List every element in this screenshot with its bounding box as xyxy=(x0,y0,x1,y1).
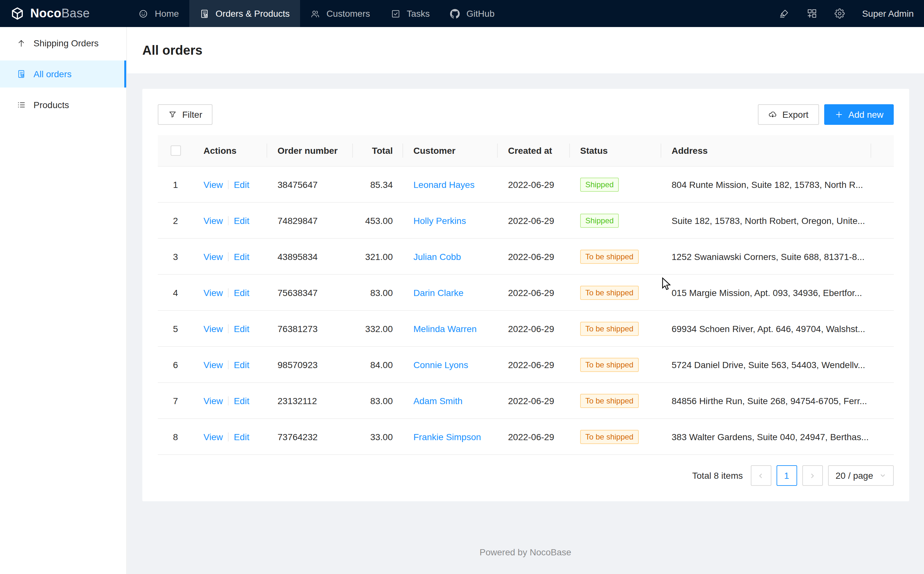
highlight-icon[interactable] xyxy=(779,8,790,19)
table-row: 2ViewEdit74829847453.00Holly Perkins2022… xyxy=(158,203,894,239)
cell-order-number: 73764232 xyxy=(267,419,353,455)
nav-item-customers[interactable]: Customers xyxy=(300,0,380,27)
cell-actions: ViewEdit xyxy=(193,419,267,455)
customer-link[interactable]: Julian Cobb xyxy=(413,251,461,262)
gear-icon[interactable] xyxy=(834,8,845,19)
nav-item-tasks[interactable]: Tasks xyxy=(380,0,440,27)
add-new-button-label: Add new xyxy=(848,109,883,120)
cell-order-number: 76381273 xyxy=(267,311,353,347)
cell-created-at: 2022-06-29 xyxy=(498,275,570,311)
sidebar-item-label: All orders xyxy=(33,69,71,79)
export-button[interactable]: Export xyxy=(758,104,819,125)
prev-page-button[interactable] xyxy=(750,465,771,486)
cell-created-at: 2022-06-29 xyxy=(498,419,570,455)
cell-index: 1 xyxy=(158,167,193,203)
chevron-left-icon xyxy=(757,472,764,479)
cell-index: 8 xyxy=(158,419,193,455)
cell-filler xyxy=(871,203,894,239)
cell-actions: ViewEdit xyxy=(193,203,267,239)
cell-address: 69934 Schoen River, Apt. 646, 49704, Wal… xyxy=(661,311,871,347)
actions-divider xyxy=(228,360,229,369)
next-page-button[interactable] xyxy=(802,465,823,486)
edit-link[interactable]: Edit xyxy=(234,432,249,442)
customer-link[interactable]: Melinda Warren xyxy=(413,323,477,334)
page-number-button[interactable]: 1 xyxy=(776,465,797,486)
sidebar-item-all-orders[interactable]: All orders xyxy=(0,60,126,88)
edit-link[interactable]: Edit xyxy=(234,396,249,406)
actions-divider xyxy=(228,180,229,189)
cell-filler xyxy=(871,239,894,275)
actions-divider xyxy=(228,396,229,405)
view-link[interactable]: View xyxy=(204,396,223,406)
view-link[interactable]: View xyxy=(204,215,223,226)
view-link[interactable]: View xyxy=(204,323,223,334)
user-menu[interactable]: Super Admin xyxy=(862,8,914,19)
nav-item-home[interactable]: Home xyxy=(128,0,189,27)
sidebar-item-products[interactable]: Products xyxy=(0,91,126,118)
column-header-status: Status xyxy=(570,135,661,167)
cell-index: 2 xyxy=(158,203,193,239)
cell-index: 5 xyxy=(158,311,193,347)
view-link[interactable]: View xyxy=(204,287,223,298)
table-header-row: ActionsOrder numberTotalCustomerCreated … xyxy=(158,135,894,167)
cell-status: Shipped xyxy=(570,203,661,239)
blocks-icon[interactable] xyxy=(807,8,817,19)
cell-address: 383 Walter Gardens, Suite 040, 24947, Be… xyxy=(661,419,871,455)
team-icon xyxy=(310,9,320,18)
filter-button[interactable]: Filter xyxy=(158,104,213,125)
edit-link[interactable]: Edit xyxy=(234,215,249,226)
cell-status: To be shipped xyxy=(570,239,661,275)
actions-divider xyxy=(228,216,229,225)
cell-status: To be shipped xyxy=(570,275,661,311)
nav-item-github[interactable]: GitHub xyxy=(440,0,505,27)
cell-status: To be shipped xyxy=(570,347,661,383)
status-tag: To be shipped xyxy=(580,429,638,444)
cell-status: To be shipped xyxy=(570,419,661,455)
cell-order-number: 75638347 xyxy=(267,275,353,311)
select-all-checkbox[interactable] xyxy=(170,145,181,156)
customer-link[interactable]: Frankie Simpson xyxy=(413,432,481,442)
row-index: 8 xyxy=(163,432,188,442)
customer-link[interactable]: Adam Smith xyxy=(413,396,463,406)
view-link[interactable]: View xyxy=(204,432,223,442)
edit-link[interactable]: Edit xyxy=(234,287,249,298)
cell-filler xyxy=(871,383,894,419)
customer-link[interactable]: Connie Lyons xyxy=(413,360,468,370)
cell-total: 83.00 xyxy=(353,383,403,419)
view-link[interactable]: View xyxy=(204,251,223,262)
status-tag: To be shipped xyxy=(580,285,638,300)
top-nav: NocoBase HomeOrders & ProductsCustomersT… xyxy=(0,0,924,27)
row-index: 5 xyxy=(163,323,188,334)
edit-link[interactable]: Edit xyxy=(234,179,249,189)
row-index: 1 xyxy=(163,179,188,189)
filter-icon xyxy=(168,110,177,119)
customer-link[interactable]: Leonard Hayes xyxy=(413,179,475,189)
view-link[interactable]: View xyxy=(204,179,223,189)
customer-link[interactable]: Holly Perkins xyxy=(413,215,466,226)
view-link[interactable]: View xyxy=(204,360,223,370)
column-header-actions: Actions xyxy=(193,135,267,167)
edit-link[interactable]: Edit xyxy=(234,360,249,370)
cell-actions: ViewEdit xyxy=(193,239,267,275)
column-header-created-at: Created at xyxy=(498,135,570,167)
nocobase-logo[interactable]: NocoBase xyxy=(10,6,90,20)
cell-address: Suite 182, 15783, North Robert, Oregon, … xyxy=(661,203,871,239)
cell-order-number: 23132112 xyxy=(267,383,353,419)
page-size-select[interactable]: 20 / page xyxy=(828,465,894,486)
edit-link[interactable]: Edit xyxy=(234,323,249,334)
cell-address: 804 Runte Mission, Suite 182, 15783, Nor… xyxy=(661,167,871,203)
add-new-button[interactable]: Add new xyxy=(824,104,894,125)
customer-link[interactable]: Darin Clarke xyxy=(413,287,464,298)
orders-card: Filter Export xyxy=(142,89,909,501)
nav-item-label: Tasks xyxy=(407,8,430,19)
cell-total: 321.00 xyxy=(353,239,403,275)
edit-link[interactable]: Edit xyxy=(234,251,249,262)
sidebar-item-shipping-orders[interactable]: Shipping Orders xyxy=(0,30,126,57)
list-icon xyxy=(17,100,26,109)
cell-customer: Darin Clarke xyxy=(403,275,498,311)
cell-filler xyxy=(871,347,894,383)
cell-customer: Julian Cobb xyxy=(403,239,498,275)
nav-item-orders-products[interactable]: Orders & Products xyxy=(189,0,300,27)
actions-divider xyxy=(228,252,229,261)
row-index: 3 xyxy=(163,251,188,262)
